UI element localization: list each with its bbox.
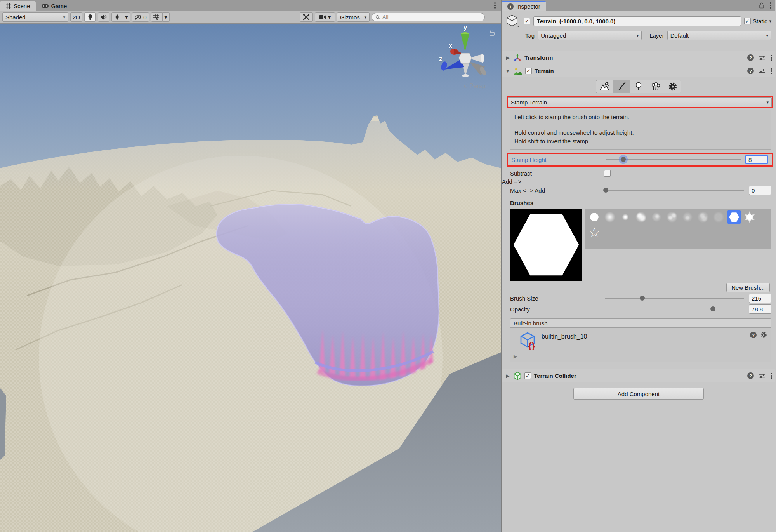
effects-toggle-button[interactable] [111,12,123,22]
camera-icon [319,15,326,19]
brush-thumb-noise-small[interactable] [650,210,663,224]
max-add-label: Max <--> Add [510,187,604,194]
tab-inspector[interactable]: i Inspector [502,1,546,11]
builtin-brush-asset[interactable]: {} builtin_brush_10 ? ▶ [510,328,771,362]
help-icon[interactable]: ? [747,54,754,61]
terrain-header[interactable]: ▼ ✓ Terrain ? [502,64,775,77]
presets-icon[interactable] [759,68,766,74]
paint-terrain-tool-button[interactable] [613,80,630,93]
scene-viewport[interactable]: y x z ≤ Persp [0,24,501,532]
inspector-menu-kebab-icon[interactable] [770,5,771,6]
scripted-asset-icon: {} [519,332,538,350]
brush-thumb-dot-soft[interactable] [619,210,632,224]
tag-dropdown[interactable]: Untagged ▾ [538,31,642,40]
projection-toggle[interactable]: ≤ Persp [464,83,486,90]
grid-visibility-button[interactable] [151,12,163,22]
add-component-button[interactable]: Add Component [573,388,704,400]
chevron-down-icon: ▾ [364,15,366,20]
inspector-lock-icon[interactable] [759,2,764,9]
paint-mode-dropdown[interactable]: Stamp Terrain ▾ [508,97,772,107]
audio-toggle-button[interactable] [98,12,109,22]
builtin-brush-bar[interactable]: Built-in brush [510,318,771,328]
paint-trees-tool-button[interactable] [630,80,647,93]
axis-y-label[interactable]: y [464,24,467,31]
static-checkbox[interactable]: ✓ [744,18,751,24]
effects-dropdown-button[interactable]: ▾ [123,12,130,22]
max-add-slider-handle[interactable] [603,188,608,193]
gizmos-dropdown[interactable]: Gizmos ▾ [337,12,370,22]
scene-tabbar: Scene Game [0,0,501,11]
layer-value: Default [670,32,689,39]
stamp-height-slider-handle[interactable] [621,157,626,162]
brush-thumb-star-outline[interactable]: ☆ [588,226,601,239]
opacity-slider[interactable] [604,303,745,315]
brush-thumb-noise-ring[interactable] [696,210,710,224]
scene-camera-button[interactable]: ▾ [315,12,335,22]
transform-kebab-icon[interactable] [771,57,772,59]
brush-thumb-circle-solid[interactable] [588,210,601,224]
shading-mode-dropdown[interactable]: Shaded ▾ [2,12,68,22]
gameobject-active-checkbox[interactable]: ✓ [524,18,530,24]
opacity-slider-handle[interactable] [710,306,715,311]
terrain-kebab-icon[interactable] [771,70,772,72]
subtract-checkbox[interactable]: ✓ [604,170,611,177]
help-icon[interactable]: ? [747,68,754,74]
max-add-slider[interactable] [604,184,745,196]
gameobject-cube-icon[interactable] [505,14,521,28]
viewport-lock-icon[interactable] [489,29,495,36]
tab-scene[interactable]: Scene [0,1,36,11]
foldout-closed-icon[interactable]: ▶ [505,55,510,61]
collider-enabled-checkbox[interactable]: ✓ [524,372,531,379]
gear-icon[interactable] [760,332,767,338]
brush-thumb-circle-soft[interactable] [603,210,616,224]
chevron-down-icon: ▾ [637,33,639,38]
brush-thumb-star-soft[interactable] [743,210,756,224]
unity-editor: Scene Game Shaded ▾ 2D [0,0,776,532]
paint-details-tool-button[interactable] [647,80,664,93]
terrain-collider-header[interactable]: ▶ ✓ Terrain Collider ? [502,369,775,382]
help-icon[interactable]: ? [747,372,754,379]
foldout-closed-icon[interactable]: ▶ [505,373,510,379]
axis-z-label[interactable]: z [439,56,442,63]
hidden-objects-button[interactable]: 0 [132,12,149,22]
max-add-value-field[interactable] [749,186,771,195]
create-neighbor-terrain-tool-button[interactable] [596,80,613,93]
mountain-plus-icon [599,82,609,91]
help-line: Hold control and mousewheel to adjust he… [514,129,767,137]
terrain-settings-tool-button[interactable] [664,80,681,93]
search-input[interactable] [382,14,481,20]
opacity-value-field[interactable] [749,304,771,314]
stamp-height-slider[interactable] [605,154,741,165]
presets-icon[interactable] [759,373,766,379]
layer-dropdown[interactable]: Default ▾ [667,31,771,40]
tab-game[interactable]: Game [36,1,73,11]
presets-icon[interactable] [759,55,766,61]
brush-thumb-noise-dots[interactable] [681,210,694,224]
gameobject-name-field[interactable] [533,16,741,26]
chevron-down-icon: ▾ [164,14,167,21]
axis-orientation-gizmo[interactable] [436,27,494,85]
stamp-height-value-field[interactable] [745,155,768,164]
foldout-closed-icon[interactable]: ▶ [514,354,517,359]
brush-size-slider[interactable] [604,292,745,304]
collider-kebab-icon[interactable] [771,375,772,377]
lighting-toggle-button[interactable] [84,12,96,22]
help-icon[interactable]: ? [750,332,757,338]
terrain-enabled-checkbox[interactable]: ✓ [525,68,532,74]
scene-tools-button[interactable] [300,12,313,22]
brush-thumb-noise-cloud[interactable] [634,210,648,224]
2d-toggle-button[interactable]: 2D [70,12,82,22]
brush-size-value-field[interactable] [749,294,771,303]
scene-menu-kebab-icon[interactable] [494,5,496,6]
static-dropdown-arrow-icon[interactable]: ▾ [769,19,771,24]
brush-thumb-hexagon-selected[interactable] [727,210,741,224]
grid-dropdown-button[interactable]: ▾ [163,12,170,22]
brush-thumb-noise-faint[interactable] [712,210,725,224]
axis-x-label[interactable]: x [449,42,452,49]
brush-thumb-noise-splatter[interactable] [665,210,679,224]
check-icon: ✓ [526,373,530,379]
brush-size-slider-handle[interactable] [640,296,645,301]
new-brush-button[interactable]: New Brush... [726,283,770,292]
foldout-open-icon[interactable]: ▼ [505,68,510,74]
transform-header[interactable]: ▶ Transform ? [502,51,775,64]
